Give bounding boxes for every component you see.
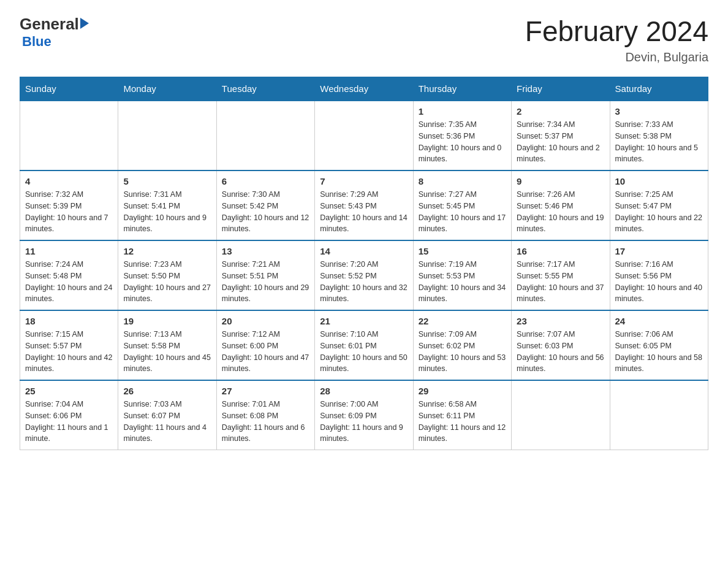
day-number: 12	[123, 246, 211, 256]
day-number: 3	[615, 106, 703, 117]
day-info: Sunrise: 7:00 AM Sunset: 6:09 PM Dayligh…	[320, 399, 408, 445]
day-info: Sunrise: 7:31 AM Sunset: 5:41 PM Dayligh…	[123, 189, 211, 235]
day-number: 14	[320, 246, 408, 256]
calendar-cell: 8Sunrise: 7:27 AM Sunset: 5:45 PM Daylig…	[413, 170, 511, 240]
calendar-cell: 27Sunrise: 7:01 AM Sunset: 6:08 PM Dayli…	[216, 380, 314, 450]
day-info: Sunrise: 7:24 AM Sunset: 5:48 PM Dayligh…	[25, 259, 113, 305]
calendar-cell: 7Sunrise: 7:29 AM Sunset: 5:43 PM Daylig…	[315, 170, 413, 240]
day-number: 13	[222, 246, 309, 256]
day-info: Sunrise: 6:58 AM Sunset: 6:11 PM Dayligh…	[419, 399, 506, 445]
calendar-cell	[315, 101, 413, 170]
day-number: 21	[320, 316, 408, 326]
day-info: Sunrise: 7:33 AM Sunset: 5:38 PM Dayligh…	[615, 119, 703, 165]
calendar-week-5: 25Sunrise: 7:04 AM Sunset: 6:06 PM Dayli…	[20, 380, 708, 450]
day-info: Sunrise: 7:25 AM Sunset: 5:47 PM Dayligh…	[615, 189, 703, 235]
day-number: 22	[419, 316, 506, 326]
calendar-cell: 17Sunrise: 7:16 AM Sunset: 5:56 PM Dayli…	[610, 240, 708, 310]
logo-blue: Blue	[22, 34, 51, 50]
calendar-week-1: 1Sunrise: 7:35 AM Sunset: 5:36 PM Daylig…	[20, 101, 708, 170]
calendar-week-2: 4Sunrise: 7:32 AM Sunset: 5:39 PM Daylig…	[20, 170, 708, 240]
day-info: Sunrise: 7:12 AM Sunset: 6:00 PM Dayligh…	[222, 329, 309, 375]
calendar-cell: 21Sunrise: 7:10 AM Sunset: 6:01 PM Dayli…	[315, 310, 413, 380]
day-header-friday: Friday	[512, 77, 610, 101]
day-header-wednesday: Wednesday	[315, 77, 413, 101]
day-number: 25	[25, 386, 113, 396]
calendar-cell: 3Sunrise: 7:33 AM Sunset: 5:38 PM Daylig…	[610, 101, 708, 170]
day-number: 6	[222, 176, 309, 186]
logo-triangle-icon	[80, 18, 89, 29]
calendar-cell: 9Sunrise: 7:26 AM Sunset: 5:46 PM Daylig…	[512, 170, 610, 240]
day-info: Sunrise: 7:03 AM Sunset: 6:07 PM Dayligh…	[123, 399, 211, 445]
day-info: Sunrise: 7:32 AM Sunset: 5:39 PM Dayligh…	[25, 189, 113, 235]
calendar-cell	[20, 101, 118, 170]
calendar-title: February 2024	[525, 15, 708, 48]
calendar-cell	[118, 101, 216, 170]
calendar-cell	[610, 380, 708, 450]
day-number: 19	[123, 316, 211, 326]
day-number: 15	[419, 246, 506, 256]
day-info: Sunrise: 7:23 AM Sunset: 5:50 PM Dayligh…	[123, 259, 211, 305]
day-number: 29	[419, 386, 506, 396]
calendar-cell: 22Sunrise: 7:09 AM Sunset: 6:02 PM Dayli…	[413, 310, 511, 380]
day-info: Sunrise: 7:19 AM Sunset: 5:53 PM Dayligh…	[419, 259, 506, 305]
day-info: Sunrise: 7:06 AM Sunset: 6:05 PM Dayligh…	[615, 329, 703, 375]
calendar-cell: 25Sunrise: 7:04 AM Sunset: 6:06 PM Dayli…	[20, 380, 118, 450]
day-info: Sunrise: 7:15 AM Sunset: 5:57 PM Dayligh…	[25, 329, 113, 375]
day-number: 11	[25, 246, 113, 256]
calendar-cell: 5Sunrise: 7:31 AM Sunset: 5:41 PM Daylig…	[118, 170, 216, 240]
calendar-cell: 2Sunrise: 7:34 AM Sunset: 5:37 PM Daylig…	[512, 101, 610, 170]
day-info: Sunrise: 7:27 AM Sunset: 5:45 PM Dayligh…	[419, 189, 506, 235]
day-info: Sunrise: 7:34 AM Sunset: 5:37 PM Dayligh…	[517, 119, 604, 165]
day-header-monday: Monday	[118, 77, 216, 101]
day-number: 4	[25, 176, 113, 186]
calendar-cell: 16Sunrise: 7:17 AM Sunset: 5:55 PM Dayli…	[512, 240, 610, 310]
day-number: 8	[419, 176, 506, 186]
calendar-cell	[512, 380, 610, 450]
calendar-cell: 10Sunrise: 7:25 AM Sunset: 5:47 PM Dayli…	[610, 170, 708, 240]
day-info: Sunrise: 7:09 AM Sunset: 6:02 PM Dayligh…	[419, 329, 506, 375]
day-info: Sunrise: 7:01 AM Sunset: 6:08 PM Dayligh…	[222, 399, 309, 445]
calendar-cell: 14Sunrise: 7:20 AM Sunset: 5:52 PM Dayli…	[315, 240, 413, 310]
day-info: Sunrise: 7:13 AM Sunset: 5:58 PM Dayligh…	[123, 329, 211, 375]
day-number: 20	[222, 316, 309, 326]
day-info: Sunrise: 7:21 AM Sunset: 5:51 PM Dayligh…	[222, 259, 309, 305]
day-header-sunday: Sunday	[20, 77, 118, 101]
page-header: General Blue February 2024 Devin, Bulgar…	[20, 15, 708, 64]
day-number: 16	[517, 246, 604, 256]
logo: General Blue	[20, 15, 89, 50]
calendar-cell: 15Sunrise: 7:19 AM Sunset: 5:53 PM Dayli…	[413, 240, 511, 310]
day-header-thursday: Thursday	[413, 77, 511, 101]
calendar-cell	[216, 101, 314, 170]
day-number: 2	[517, 106, 604, 117]
day-number: 27	[222, 386, 309, 396]
day-info: Sunrise: 7:29 AM Sunset: 5:43 PM Dayligh…	[320, 189, 408, 235]
calendar-cell: 24Sunrise: 7:06 AM Sunset: 6:05 PM Dayli…	[610, 310, 708, 380]
calendar-location: Devin, Bulgaria	[525, 50, 708, 64]
day-number: 28	[320, 386, 408, 396]
day-header-saturday: Saturday	[610, 77, 708, 101]
day-number: 1	[419, 106, 506, 117]
day-header-tuesday: Tuesday	[216, 77, 314, 101]
calendar-cell: 18Sunrise: 7:15 AM Sunset: 5:57 PM Dayli…	[20, 310, 118, 380]
calendar-header-row: SundayMondayTuesdayWednesdayThursdayFrid…	[20, 77, 708, 101]
day-number: 5	[123, 176, 211, 186]
calendar-week-4: 18Sunrise: 7:15 AM Sunset: 5:57 PM Dayli…	[20, 310, 708, 380]
calendar-cell: 13Sunrise: 7:21 AM Sunset: 5:51 PM Dayli…	[216, 240, 314, 310]
day-info: Sunrise: 7:16 AM Sunset: 5:56 PM Dayligh…	[615, 259, 703, 305]
day-number: 24	[615, 316, 703, 326]
day-number: 18	[25, 316, 113, 326]
calendar-cell: 20Sunrise: 7:12 AM Sunset: 6:00 PM Dayli…	[216, 310, 314, 380]
day-number: 17	[615, 246, 703, 256]
day-info: Sunrise: 7:07 AM Sunset: 6:03 PM Dayligh…	[517, 329, 604, 375]
day-number: 10	[615, 176, 703, 186]
day-info: Sunrise: 7:10 AM Sunset: 6:01 PM Dayligh…	[320, 329, 408, 375]
calendar-cell: 1Sunrise: 7:35 AM Sunset: 5:36 PM Daylig…	[413, 101, 511, 170]
calendar-table: SundayMondayTuesdayWednesdayThursdayFrid…	[20, 77, 708, 450]
day-info: Sunrise: 7:20 AM Sunset: 5:52 PM Dayligh…	[320, 259, 408, 305]
calendar-cell: 12Sunrise: 7:23 AM Sunset: 5:50 PM Dayli…	[118, 240, 216, 310]
day-info: Sunrise: 7:30 AM Sunset: 5:42 PM Dayligh…	[222, 189, 309, 235]
day-info: Sunrise: 7:26 AM Sunset: 5:46 PM Dayligh…	[517, 189, 604, 235]
calendar-cell: 26Sunrise: 7:03 AM Sunset: 6:07 PM Dayli…	[118, 380, 216, 450]
calendar-cell: 4Sunrise: 7:32 AM Sunset: 5:39 PM Daylig…	[20, 170, 118, 240]
day-info: Sunrise: 7:04 AM Sunset: 6:06 PM Dayligh…	[25, 399, 113, 445]
